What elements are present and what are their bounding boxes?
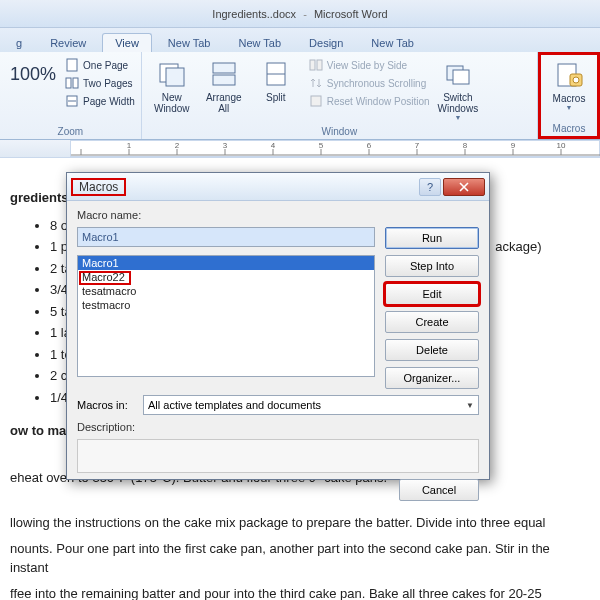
svg-rect-10 <box>310 60 315 70</box>
macro-list-item[interactable]: testmacro <box>78 298 374 312</box>
svg-text:1: 1 <box>127 141 132 150</box>
two-pages-button[interactable]: Two Pages <box>64 74 135 92</box>
svg-text:10: 10 <box>557 141 566 150</box>
cancel-button[interactable]: Cancel <box>399 479 479 501</box>
svg-text:9: 9 <box>511 141 516 150</box>
one-page-button[interactable]: One Page <box>64 56 135 74</box>
paragraph: llowing the instructions on the cake mix… <box>10 513 590 533</box>
svg-text:4: 4 <box>271 141 276 150</box>
macros-in-select[interactable]: All active templates and documents ▼ <box>143 395 479 415</box>
group-macros: Macros ▼ Macros <box>538 52 600 139</box>
side-by-side-icon <box>308 57 324 73</box>
macros-dialog: Macros ? Macro name: Run Macro1 Macro22 … <box>66 172 490 480</box>
switch-windows-icon <box>442 58 474 90</box>
one-page-icon <box>64 57 80 73</box>
tab-new-3[interactable]: New Tab <box>359 34 426 52</box>
help-button[interactable]: ? <box>419 178 441 196</box>
svg-point-17 <box>573 77 579 83</box>
help-icon: ? <box>427 181 433 193</box>
svg-rect-5 <box>166 68 184 86</box>
dialog-titlebar[interactable]: Macros ? <box>67 173 489 201</box>
reset-position-button: Reset Window Position <box>308 92 430 110</box>
tab-new-2[interactable]: New Tab <box>226 34 293 52</box>
group-zoom-label: Zoom <box>6 124 135 139</box>
ribbon-tabs: g Review View New Tab New Tab Design New… <box>0 28 600 52</box>
step-into-button[interactable]: Step Into <box>385 255 479 277</box>
chevron-down-icon: ▼ <box>466 401 474 410</box>
paragraph: nounts. Pour one part into the first cak… <box>10 539 590 578</box>
create-button[interactable]: Create <box>385 311 479 333</box>
svg-rect-6 <box>213 63 235 73</box>
new-window-label: New Window <box>154 92 190 114</box>
paragraph: ffee into the remaining batter and pour … <box>10 584 590 601</box>
new-window-icon <box>156 58 188 90</box>
macros-button[interactable]: Macros ▼ <box>545 57 593 113</box>
split-label: Split <box>266 92 285 103</box>
zoom-percent[interactable]: 100% <box>6 56 60 93</box>
macro-list-item[interactable]: tesatmacro <box>78 284 374 298</box>
delete-button[interactable]: Delete <box>385 339 479 361</box>
macro-list-item[interactable]: Macro22 <box>78 270 374 284</box>
tab-partial[interactable]: g <box>4 34 34 52</box>
ribbon: 100% One Page Two Pages Page Width Zoom <box>0 52 600 140</box>
reset-pos-icon <box>308 93 324 109</box>
tab-new-1[interactable]: New Tab <box>156 34 223 52</box>
view-side-by-side-button[interactable]: View Side by Side <box>308 56 430 74</box>
organizer-button[interactable]: Organizer... <box>385 367 479 389</box>
edit-button[interactable]: Edit <box>385 283 479 305</box>
macro-list-item[interactable]: Macro1 <box>78 256 374 270</box>
reset-pos-label: Reset Window Position <box>327 96 430 107</box>
run-button[interactable]: Run <box>385 227 479 249</box>
group-window-label: Window <box>148 124 531 139</box>
page-width-icon <box>64 93 80 109</box>
description-box <box>77 439 479 473</box>
macro-list[interactable]: Macro1 Macro22 tesatmacro testmacro <box>77 255 375 377</box>
macro-name-label: Macro name: <box>77 209 375 221</box>
macros-in-label: Macros in: <box>77 399 137 411</box>
chevron-down-icon: ▼ <box>454 114 461 121</box>
ruler-scale: 12345678910 <box>70 140 600 157</box>
one-page-label: One Page <box>83 60 128 71</box>
tab-review[interactable]: Review <box>38 34 98 52</box>
group-window: New Window Arrange All Split View Side b… <box>142 52 538 139</box>
title-bar: Ingredients..docx - Microsoft Word <box>0 0 600 28</box>
tab-view[interactable]: View <box>102 33 152 52</box>
ruler[interactable]: 12345678910 <box>0 140 600 158</box>
close-icon <box>458 182 470 192</box>
switch-windows-button[interactable]: Switch Windows ▼ <box>434 56 483 123</box>
tab-design[interactable]: Design <box>297 34 355 52</box>
group-macros-label: Macros <box>545 121 593 136</box>
svg-text:3: 3 <box>223 141 228 150</box>
split-button[interactable]: Split <box>252 56 300 105</box>
svg-rect-1 <box>66 78 71 88</box>
document-name: Ingredients..docx <box>212 8 296 20</box>
page-width-button[interactable]: Page Width <box>64 92 135 110</box>
macros-in-value: All active templates and documents <box>148 399 321 411</box>
chevron-down-icon: ▼ <box>566 104 573 111</box>
svg-text:7: 7 <box>415 141 420 150</box>
split-icon <box>260 58 292 90</box>
svg-rect-14 <box>453 70 469 84</box>
sync-scrolling-button: Synchronous Scrolling <box>308 74 430 92</box>
two-pages-icon <box>64 75 80 91</box>
title-separator: - <box>303 8 307 20</box>
svg-text:5: 5 <box>319 141 324 150</box>
svg-rect-7 <box>213 75 235 85</box>
svg-rect-11 <box>317 60 322 70</box>
side-by-side-label: View Side by Side <box>327 60 407 71</box>
switch-windows-label: Switch Windows <box>438 92 479 114</box>
sync-scroll-icon <box>308 75 324 91</box>
svg-text:8: 8 <box>463 141 468 150</box>
group-zoom: 100% One Page Two Pages Page Width Zoom <box>0 52 142 139</box>
svg-text:6: 6 <box>367 141 372 150</box>
description-label: Description: <box>77 421 479 433</box>
dialog-title: Macros <box>73 178 124 196</box>
close-button[interactable] <box>443 178 485 196</box>
arrange-all-button[interactable]: Arrange All <box>200 56 248 116</box>
dialog-title-highlight: Macros <box>71 178 126 196</box>
svg-rect-2 <box>73 78 78 88</box>
arrange-all-icon <box>208 58 240 90</box>
svg-text:2: 2 <box>175 141 180 150</box>
macro-name-input[interactable] <box>77 227 375 247</box>
new-window-button[interactable]: New Window <box>148 56 196 116</box>
